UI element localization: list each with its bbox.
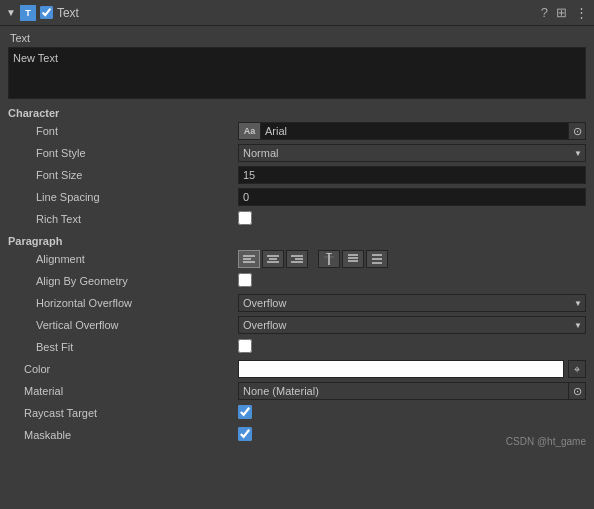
align-bottom-button[interactable] xyxy=(366,250,388,268)
raycast-target-value xyxy=(238,405,586,421)
font-style-select[interactable]: Normal Bold Italic Bold Italic xyxy=(238,144,586,162)
component-title: Text xyxy=(57,6,79,20)
maskable-checkbox[interactable] xyxy=(238,427,252,441)
help-icon[interactable]: ? xyxy=(541,5,548,20)
vertical-overflow-row: Vertical Overflow Truncate Overflow xyxy=(8,315,586,335)
paragraph-section-header: Paragraph xyxy=(8,231,586,249)
layers-icon[interactable]: ⊞ xyxy=(556,5,567,20)
align-center-button[interactable] xyxy=(262,250,284,268)
line-spacing-value xyxy=(238,188,586,206)
text-content-input[interactable] xyxy=(8,47,586,99)
header-left: ▼ T Text xyxy=(6,5,541,21)
component-header: ▼ T Text ? ⊞ ⋮ xyxy=(0,0,594,26)
vertical-overflow-select[interactable]: Truncate Overflow xyxy=(238,316,586,334)
rich-text-row: Rich Text xyxy=(8,209,586,229)
best-fit-row: Best Fit xyxy=(8,337,586,357)
font-style-select-wrapper: Normal Bold Italic Bold Italic xyxy=(238,144,586,162)
alignment-label: Alignment xyxy=(8,253,238,265)
line-spacing-input[interactable] xyxy=(238,188,586,206)
character-section-header: Character xyxy=(8,103,586,121)
alignment-buttons xyxy=(238,250,586,268)
header-actions: ? ⊞ ⋮ xyxy=(541,5,588,20)
line-spacing-label: Line Spacing xyxy=(8,191,238,203)
horizontal-overflow-select[interactable]: Wrap Overflow xyxy=(238,294,586,312)
font-size-value xyxy=(238,166,586,184)
raycast-target-row: Raycast Target xyxy=(8,403,586,423)
material-picker-button[interactable]: ⊙ xyxy=(568,382,586,400)
align-by-geometry-checkbox[interactable] xyxy=(238,273,252,287)
line-spacing-row: Line Spacing xyxy=(8,187,586,207)
alignment-row: Alignment xyxy=(8,249,586,269)
maskable-row: Maskable xyxy=(8,425,586,445)
rich-text-label: Rich Text xyxy=(8,213,238,225)
alignment-group xyxy=(238,250,586,268)
font-style-row: Font Style Normal Bold Italic Bold Itali… xyxy=(8,143,586,163)
color-label: Color xyxy=(8,363,238,375)
align-left-button[interactable] xyxy=(238,250,260,268)
eyedropper-button[interactable]: ⌖ xyxy=(568,360,586,378)
color-row: Color ⌖ xyxy=(8,359,586,379)
font-name-input[interactable] xyxy=(260,122,568,140)
component-enabled-checkbox[interactable] xyxy=(40,6,53,19)
rich-text-checkbox[interactable] xyxy=(238,211,252,225)
align-by-geometry-label: Align By Geometry xyxy=(8,275,238,287)
vertical-overflow-select-wrapper: Truncate Overflow xyxy=(238,316,586,334)
font-size-row: Font Size xyxy=(8,165,586,185)
font-picker-button[interactable]: ⊙ xyxy=(568,122,586,140)
text-field-label: Text xyxy=(8,32,586,44)
best-fit-label: Best Fit xyxy=(8,341,238,353)
font-label: Font xyxy=(8,125,238,137)
font-size-input[interactable] xyxy=(238,166,586,184)
align-by-geometry-value xyxy=(238,273,586,289)
align-right-button[interactable] xyxy=(286,250,308,268)
rich-text-value xyxy=(238,211,586,227)
vertical-overflow-label: Vertical Overflow xyxy=(8,319,238,331)
font-value: Aa ⊙ xyxy=(238,122,586,140)
font-type-icon: Aa xyxy=(238,122,260,140)
maskable-label: Maskable xyxy=(8,429,238,441)
material-value: ⊙ xyxy=(238,382,586,400)
align-by-geometry-row: Align By Geometry xyxy=(8,271,586,291)
raycast-target-label: Raycast Target xyxy=(8,407,238,419)
material-row: Material ⊙ xyxy=(8,381,586,401)
horizontal-overflow-label: Horizontal Overflow xyxy=(8,297,238,309)
raycast-target-checkbox[interactable] xyxy=(238,405,252,419)
font-style-label: Font Style xyxy=(8,147,238,159)
align-top-button[interactable] xyxy=(318,250,340,268)
align-middle-button[interactable] xyxy=(342,250,364,268)
font-size-label: Font Size xyxy=(8,169,238,181)
font-row: Font Aa ⊙ xyxy=(8,121,586,141)
collapse-arrow-icon[interactable]: ▼ xyxy=(6,7,16,18)
best-fit-checkbox[interactable] xyxy=(238,339,252,353)
component-content: Text Character Font Aa ⊙ Font Style Norm… xyxy=(0,26,594,453)
horizontal-overflow-row: Horizontal Overflow Wrap Overflow xyxy=(8,293,586,313)
color-value: ⌖ xyxy=(238,360,586,378)
component-type-icon: T xyxy=(20,5,36,21)
horizontal-overflow-select-wrapper: Wrap Overflow xyxy=(238,294,586,312)
best-fit-value xyxy=(238,339,586,355)
material-label: Material xyxy=(8,385,238,397)
color-swatch[interactable] xyxy=(238,360,564,378)
material-input[interactable] xyxy=(238,382,568,400)
menu-icon[interactable]: ⋮ xyxy=(575,5,588,20)
watermark-text: CSDN @ht_game xyxy=(506,436,586,447)
